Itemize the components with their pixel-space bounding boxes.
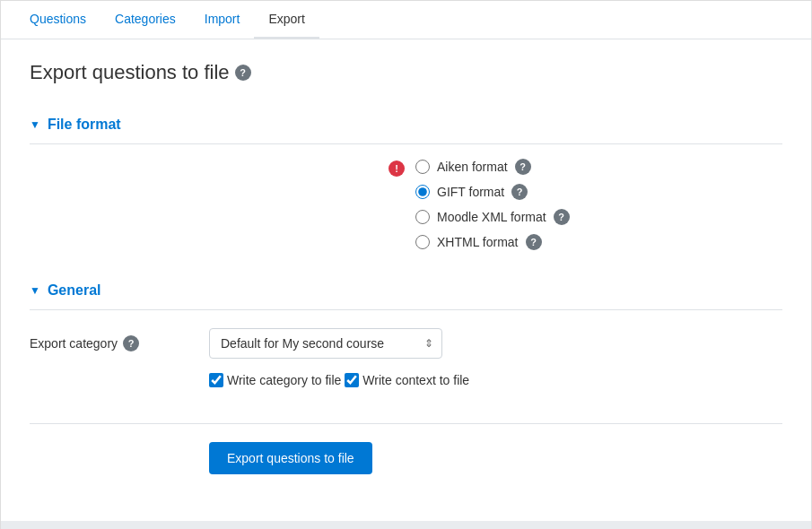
action-section: Export questions to file: [30, 423, 782, 492]
radio-moodle-xml[interactable]: [415, 210, 430, 224]
bottom-bar: [1, 521, 811, 529]
general-content: Export category ? Default for My second …: [30, 310, 782, 423]
file-format-error-icon: !: [389, 160, 405, 177]
page-title-help-icon[interactable]: ?: [235, 65, 251, 81]
radio-aiken-label[interactable]: Aiken format: [437, 160, 508, 174]
tabs-bar: Questions Categories Import Export: [1, 1, 811, 39]
tab-categories[interactable]: Categories: [100, 1, 190, 39]
tab-export[interactable]: Export: [254, 1, 319, 39]
radio-item-gift: GIFT format ?: [415, 184, 570, 200]
radio-item-moodle-xml: Moodle XML format ?: [415, 209, 570, 225]
export-category-select-wrapper: Default for My second course: [209, 328, 442, 359]
main-content: Export questions to file ? ▼ File format…: [1, 39, 811, 514]
file-format-section-header[interactable]: ▼ File format: [30, 106, 782, 143]
moodle-xml-help-icon[interactable]: ?: [554, 209, 570, 225]
write-context-checkbox-item: Write context to file: [345, 373, 469, 387]
export-category-help-icon[interactable]: ?: [123, 335, 139, 351]
page-title: Export questions to file ?: [30, 61, 782, 84]
radio-gift[interactable]: [415, 185, 430, 199]
radio-xhtml[interactable]: [415, 235, 430, 249]
export-category-control: Default for My second course: [209, 328, 782, 359]
file-format-content: ! Aiken format ? GIFT format ? Moodle: [30, 144, 782, 272]
file-format-chevron-icon: ▼: [30, 118, 40, 131]
radio-aiken[interactable]: [415, 160, 430, 174]
tab-import[interactable]: Import: [190, 1, 255, 39]
tab-questions[interactable]: Questions: [15, 1, 100, 39]
general-section-header[interactable]: ▼ General: [30, 272, 782, 309]
write-category-checkbox[interactable]: [209, 373, 223, 387]
export-category-label: Export category ?: [30, 335, 209, 351]
write-context-checkbox[interactable]: [345, 373, 359, 387]
write-category-checkbox-item: Write category to file: [209, 373, 341, 387]
write-context-label[interactable]: Write context to file: [362, 373, 469, 387]
aiken-help-icon[interactable]: ?: [515, 159, 531, 175]
file-format-radio-group: Aiken format ? GIFT format ? Moodle XML …: [415, 159, 570, 250]
file-format-section: ▼ File format ! Aiken format ? GIFT form…: [30, 106, 782, 272]
radio-item-aiken: Aiken format ?: [415, 159, 570, 175]
export-category-select[interactable]: Default for My second course: [209, 328, 442, 359]
radio-xhtml-label[interactable]: XHTML format: [437, 235, 519, 249]
radio-item-xhtml: XHTML format ?: [415, 234, 570, 250]
gift-help-icon[interactable]: ?: [511, 184, 528, 200]
page-container: Questions Categories Import Export Expor…: [0, 0, 812, 529]
radio-moodle-xml-label[interactable]: Moodle XML format: [437, 210, 546, 224]
export-button[interactable]: Export questions to file: [209, 442, 372, 474]
checkboxes-row: Write category to file Write context to …: [209, 373, 782, 387]
export-category-row: Export category ? Default for My second …: [30, 328, 782, 359]
general-chevron-icon: ▼: [30, 284, 40, 297]
xhtml-help-icon[interactable]: ?: [526, 234, 542, 250]
write-category-label[interactable]: Write category to file: [227, 373, 341, 387]
radio-gift-label[interactable]: GIFT format: [437, 185, 504, 199]
general-section: ▼ General Export category ? Default for …: [30, 272, 782, 423]
